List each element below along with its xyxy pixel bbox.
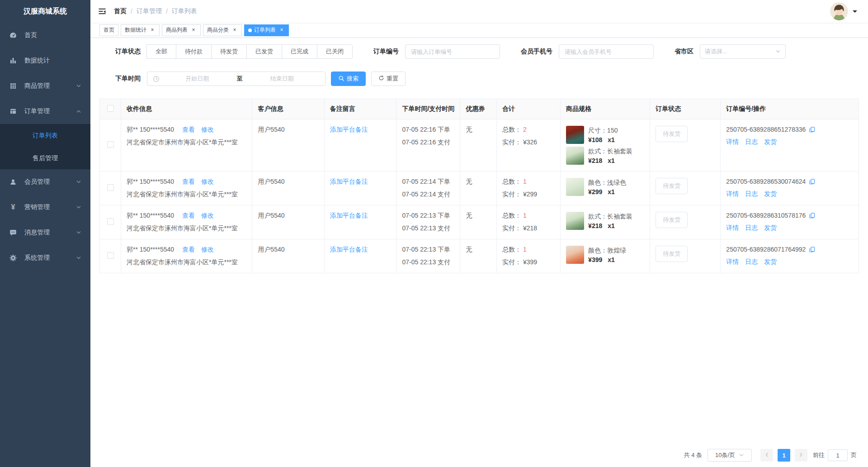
order-action-link[interactable]: 详情 [726,138,739,146]
sidebar-item[interactable]: 会员管理 [0,169,90,195]
recipient-action-link[interactable]: 查看 [182,178,195,186]
add-note-link[interactable]: 添加平台备注 [330,178,368,185]
recipient-action-link[interactable]: 修改 [201,246,214,254]
tab-label: 数据统计 [125,26,146,34]
date-range-picker[interactable]: 开始日期 至 结束日期 [147,71,326,86]
order-action-link[interactable]: 日志 [745,190,758,198]
copy-icon[interactable] [809,126,816,133]
breadcrumb-item[interactable]: 订单管理 [137,7,162,15]
sidebar-item[interactable]: ¥ 营销管理 [0,195,90,220]
close-icon[interactable]: × [278,27,285,33]
sidebar-submenu: 订单列表 售后管理 [0,124,90,169]
row-checkbox[interactable] [107,141,114,148]
status-filter-button[interactable]: 全部 [146,44,176,59]
table-row: 郭** 150****5540 查看修改 河北省保定市涿州市海富小区*单元***… [100,239,859,273]
chevron-right-icon [798,452,804,459]
recipient-action-link[interactable]: 查看 [182,212,195,220]
sidebar-item[interactable]: 消息管理 [0,220,90,245]
chevron-down-icon [76,205,81,210]
region-select[interactable]: 请选择... [700,44,786,59]
copy-icon[interactable] [809,246,816,253]
status-filter-button[interactable]: 待发货 [211,44,247,59]
close-icon[interactable]: × [231,27,238,33]
sidebar-subitem[interactable]: 订单列表 [0,124,90,147]
recipient-action-link[interactable]: 查看 [182,126,195,134]
tab[interactable]: 首页 [99,24,118,36]
total-count-label: 总数： [502,126,523,133]
pay-time: 07-05 22:14 支付 [402,191,454,199]
order-time: 07-05 22:16 下单 [402,126,454,134]
sidebar-item[interactable]: 商品管理 [0,73,90,99]
breadcrumb-separator: / [166,8,168,15]
recipient-action-link[interactable]: 修改 [201,178,214,186]
close-icon[interactable]: × [190,27,197,33]
order-action-link[interactable]: 日志 [745,224,758,232]
current-page-button[interactable]: 1 [778,449,790,462]
recipient-actions: 查看修改 [182,212,214,220]
sidebar-item[interactable]: 订单管理 [0,99,90,124]
breadcrumb-item[interactable]: 首页 [114,7,127,15]
pay-time: 07-05 22:13 支付 [402,258,454,267]
customer-name: 用户5540 [258,246,284,253]
sidebar-item[interactable]: 首页 [0,23,90,48]
tab-label: 首页 [104,26,114,34]
add-note-link[interactable]: 添加平台备注 [330,212,368,219]
hamburger-icon[interactable] [98,7,107,16]
add-note-link[interactable]: 添加平台备注 [330,246,368,253]
order-action-link[interactable]: 发货 [764,224,777,232]
product-thumbnail [566,178,584,196]
avatar[interactable] [830,2,848,20]
page-size-value: 10条/页 [715,451,735,459]
order-action-link[interactable]: 日志 [745,258,758,266]
order-action-link[interactable]: 发货 [764,190,777,198]
order-action-link[interactable]: 详情 [726,224,739,232]
row-checkbox[interactable] [107,184,114,191]
navbar-right [830,2,857,20]
goto-page-input[interactable] [828,449,848,461]
add-note-link[interactable]: 添加平台备注 [330,126,368,133]
order-action-link[interactable]: 日志 [745,138,758,146]
select-all-checkbox[interactable] [107,105,114,112]
status-filter-button[interactable]: 已发货 [246,44,282,59]
app-title: 汉服商城系统 [0,0,90,23]
sidebar-item[interactable]: 系统管理 [0,245,90,271]
row-checkbox[interactable] [107,252,114,259]
copy-icon[interactable] [809,178,816,185]
caret-down-icon[interactable] [853,10,857,15]
sidebar-subitem[interactable]: 售后管理 [0,147,90,169]
next-page-button[interactable] [795,449,807,462]
copy-icon[interactable] [809,212,816,219]
prev-page-button[interactable] [760,449,773,462]
row-checkbox[interactable] [107,218,114,225]
phone-input[interactable] [559,44,654,59]
search-button[interactable]: 搜索 [331,71,366,86]
status-filter-button[interactable]: 待付款 [176,44,212,59]
order-action-link[interactable]: 详情 [726,258,739,266]
tab[interactable]: 订单列表 × [244,24,289,36]
order-number: 250705-6389286071764992 [726,246,806,253]
sidebar-item[interactable]: 数据统计 [0,48,90,73]
sidebar-menu-bottom: 会员管理 ¥ 营销管理 消息管理 系统管理 [0,169,90,271]
content-area: 订单状态 全部待付款待发货已发货已完成已关闭 订单编号 会员手机号 省市区 请选… [90,38,868,467]
active-dot-icon [248,29,252,32]
order-action-link[interactable]: 发货 [764,138,777,146]
tab[interactable]: 数据统计 × [121,24,160,36]
pagination-total: 共 4 条 [684,451,702,459]
page-unit-label: 页 [851,451,857,459]
order-action-link[interactable]: 详情 [726,190,739,198]
sidebar-menu: 首页 数据统计 商品管理 订单管理 [0,23,90,271]
page-size-select[interactable]: 10条/页 [708,449,752,462]
tab[interactable]: 商品列表 × [162,24,201,36]
close-icon[interactable]: × [149,27,156,33]
recipient-action-link[interactable]: 修改 [201,212,214,220]
tag-views-bar: 首页 数据统计 × 商品列表 × 商品分类 × 订单列表 [90,23,868,38]
tab[interactable]: 商品分类 × [203,24,242,36]
recipient-action-link[interactable]: 修改 [201,126,214,134]
status-filter-button[interactable]: 已关闭 [317,44,353,59]
recipient-action-link[interactable]: 查看 [182,246,195,254]
column-header: 合计 [497,99,561,119]
status-filter-button[interactable]: 已完成 [282,44,317,59]
order-action-link[interactable]: 发货 [764,258,777,266]
reset-button[interactable]: 重置 [371,71,406,86]
order-no-input[interactable] [405,44,500,59]
